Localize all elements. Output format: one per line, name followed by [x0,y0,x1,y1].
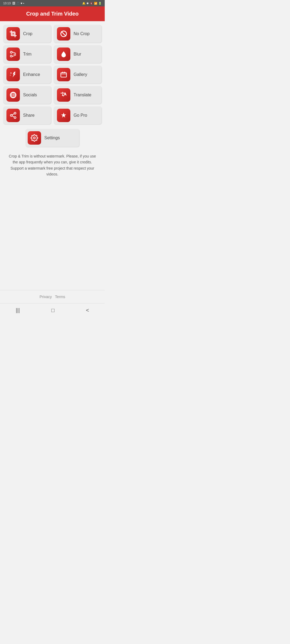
settings-button[interactable]: Settings [26,129,79,147]
enhance-icon [6,68,20,81]
content-spacer [0,183,105,290]
blur-label: Blur [74,52,81,57]
trim-label: Trim [23,52,31,57]
svg-rect-7 [62,72,63,73]
no-crop-icon [57,27,70,41]
status-time: 13:13 🖼 🎵 ♥ • [3,2,24,5]
app-header: Crop and Trim Video [0,6,105,21]
terms-link[interactable]: Terms [55,295,65,299]
settings-row: Settings [0,128,105,151]
svg-rect-8 [64,72,65,73]
svg-point-5 [10,75,11,76]
go-pro-icon [57,109,70,122]
privacy-link[interactable]: Privacy [39,295,52,299]
status-bar: 13:13 🖼 🎵 ♥ • 🔔 ✱ 🔇 📶 🔋 [0,0,105,6]
go-pro-label: Go Pro [74,113,87,118]
nav-home-icon[interactable]: □ [46,306,60,314]
crop-label: Crop [23,31,32,36]
socials-label: Socials [23,93,37,97]
svg-rect-0 [12,33,14,35]
main-grid: Crop No Crop Trim Blur [0,21,105,128]
go-pro-button[interactable]: Go Pro [54,107,102,124]
nav-menu-icon[interactable]: ||| [10,306,25,314]
footer: Privacy Terms [0,290,105,303]
gallery-button[interactable]: Gallery [54,66,102,83]
info-text: Crop & Trim is without watermark. Please… [0,151,105,183]
trim-button[interactable]: Trim [3,45,51,63]
trim-icon [6,47,20,61]
enhance-button[interactable]: Enhance [3,66,51,83]
gallery-icon [57,68,70,81]
svg-point-13 [34,137,35,139]
nav-bar: ||| □ < [0,303,105,317]
svg-rect-6 [61,73,67,77]
enhance-label: Enhance [23,72,40,77]
svg-point-4 [10,72,12,74]
settings-label: Settings [44,136,60,140]
no-crop-label: No Crop [74,31,90,36]
blur-icon [57,47,70,61]
translate-label: Translate [74,93,91,97]
socials-icon [6,88,20,102]
no-crop-button[interactable]: No Crop [54,25,102,43]
blur-button[interactable]: Blur [54,45,102,63]
settings-icon [28,131,41,145]
share-label: Share [23,113,35,118]
translate-button[interactable]: Translate [54,86,102,104]
status-icons: 🔔 ✱ 🔇 📶 🔋 [82,2,102,5]
crop-button[interactable]: Crop [3,25,51,43]
socials-button[interactable]: Socials [3,86,51,104]
gallery-label: Gallery [74,72,87,77]
share-button[interactable]: Share [3,107,51,124]
crop-icon [6,27,20,41]
share-icon [6,109,20,122]
app-title: Crop and Trim Video [4,11,100,17]
translate-icon [57,88,70,102]
nav-back-icon[interactable]: < [81,306,95,314]
